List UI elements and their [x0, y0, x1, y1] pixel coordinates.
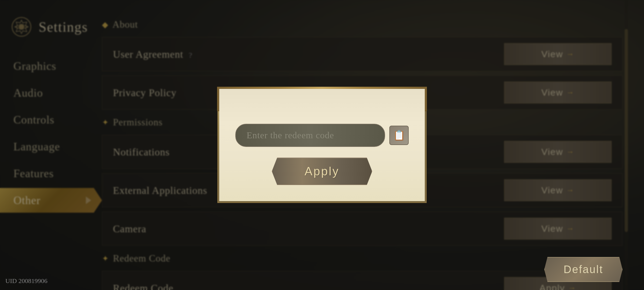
modal-apply-button[interactable]: Apply: [272, 158, 372, 185]
modal-overlay: Redeem Rewards 📋: [0, 0, 644, 290]
redeem-code-input[interactable]: [235, 124, 385, 147]
modal-body: 📋 Apply: [219, 89, 425, 201]
default-button[interactable]: Default: [544, 257, 623, 282]
redeem-rewards-modal: Redeem Rewards 📋: [217, 87, 427, 203]
redeem-input-row: 📋: [235, 124, 409, 147]
paste-icon: 📋: [393, 130, 405, 141]
bottom-bar: Default: [544, 257, 623, 282]
paste-button[interactable]: 📋: [389, 126, 409, 145]
modal-content: 📋 Apply: [235, 124, 409, 185]
uid-display: UID 200819906: [5, 277, 47, 285]
